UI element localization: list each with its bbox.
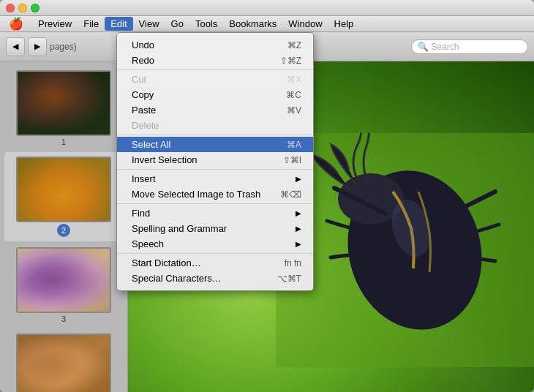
menu-help[interactable]: Help: [328, 17, 360, 31]
menu-section-dictation: Start Dictation… fn fn Special Character…: [117, 254, 313, 287]
menu-item-delete[interactable]: Delete: [117, 118, 313, 133]
minimize-button[interactable]: [18, 4, 27, 12]
thumbnail-item-2[interactable]: 2: [4, 152, 123, 241]
menu-section-select: Select All ⌘A Invert Selection ⇧⌘I: [117, 135, 313, 170]
menu-item-cut[interactable]: Cut ⌘X: [117, 72, 313, 87]
menu-edit[interactable]: Edit: [105, 17, 132, 31]
menu-tools[interactable]: Tools: [189, 17, 223, 31]
menu-section-insert: Insert ▶ Move Selected Image to Trash ⌘⌫: [117, 170, 313, 204]
menu-item-select-all[interactable]: Select All ⌘A: [117, 137, 313, 152]
maximize-button[interactable]: [31, 4, 40, 12]
thumbnail-image-1: [16, 70, 111, 136]
thumbnail-image-2: [16, 157, 111, 222]
menu-section-find: Find ▶ Spelling and Grammar ▶ Speech ▶: [117, 204, 313, 254]
menu-view[interactable]: View: [133, 17, 165, 31]
menu-item-dictation[interactable]: Start Dictation… fn fn: [117, 255, 313, 271]
menu-preview[interactable]: Preview: [32, 17, 78, 31]
toolbar-forward[interactable]: ▶: [28, 37, 47, 56]
app-window: 🍎 Preview File Edit View Go Tools Bookma…: [0, 0, 534, 392]
thumbnail-number-3: 3: [61, 314, 66, 323]
menu-item-speech[interactable]: Speech ▶: [117, 236, 313, 252]
thumbnail-number-1: 1: [61, 137, 66, 146]
menu-item-copy[interactable]: Copy ⌘C: [117, 87, 313, 102]
thumbnail-image-3: [16, 247, 111, 313]
menu-item-insert[interactable]: Insert ▶: [117, 171, 313, 186]
menu-item-special-chars[interactable]: Special Characters… ⌥⌘T: [117, 271, 313, 286]
menu-item-paste[interactable]: Paste ⌘V: [117, 102, 313, 118]
menu-item-invert-selection[interactable]: Invert Selection ⇧⌘I: [117, 152, 313, 167]
menu-item-find[interactable]: Find ▶: [117, 206, 313, 221]
menu-item-move-to-trash[interactable]: Move Selected Image to Trash ⌘⌫: [117, 186, 313, 202]
menu-go[interactable]: Go: [165, 17, 189, 31]
pages-label: pages): [50, 42, 77, 52]
menu-item-spelling[interactable]: Spelling and Grammar ▶: [117, 221, 313, 236]
find-arrow: ▶: [296, 209, 301, 217]
thumbnail-badge-2: 2: [57, 224, 70, 237]
menu-file[interactable]: File: [78, 17, 105, 31]
thumbnail-image-4: [16, 333, 111, 392]
thumbnail-item-1[interactable]: 1: [4, 66, 123, 151]
sidebar: 1 2 3 4: [0, 61, 128, 392]
edit-dropdown-menu: Undo ⌘Z Redo ⇧⌘Z Cut ⌘X Copy ⌘C Paste ⌘V: [116, 32, 314, 291]
beetle-svg: [276, 133, 535, 367]
menu-section-undo: Undo ⌘Z Redo ⇧⌘Z: [117, 36, 313, 70]
insert-arrow: ▶: [296, 175, 301, 183]
titlebar: [0, 0, 534, 16]
apple-menu[interactable]: 🍎: [3, 15, 29, 32]
thumbnail-item-3[interactable]: 3: [4, 243, 123, 328]
menu-item-undo[interactable]: Undo ⌘Z: [117, 37, 313, 53]
toolbar-back[interactable]: ◀: [6, 37, 25, 56]
close-button[interactable]: [6, 4, 15, 12]
traffic-lights: [6, 4, 40, 12]
spelling-arrow: ▶: [296, 225, 301, 233]
thumbnail-item-4[interactable]: 4: [4, 329, 123, 392]
menu-window[interactable]: Window: [282, 17, 328, 31]
search-box[interactable]: 🔍 Search: [411, 39, 528, 54]
speech-arrow: ▶: [296, 240, 301, 248]
menubar: 🍎 Preview File Edit View Go Tools Bookma…: [0, 16, 534, 32]
menu-item-redo[interactable]: Redo ⇧⌘Z: [117, 53, 313, 68]
menu-section-clipboard: Cut ⌘X Copy ⌘C Paste ⌘V Delete: [117, 70, 313, 135]
menu-bookmarks[interactable]: Bookmarks: [223, 17, 282, 31]
